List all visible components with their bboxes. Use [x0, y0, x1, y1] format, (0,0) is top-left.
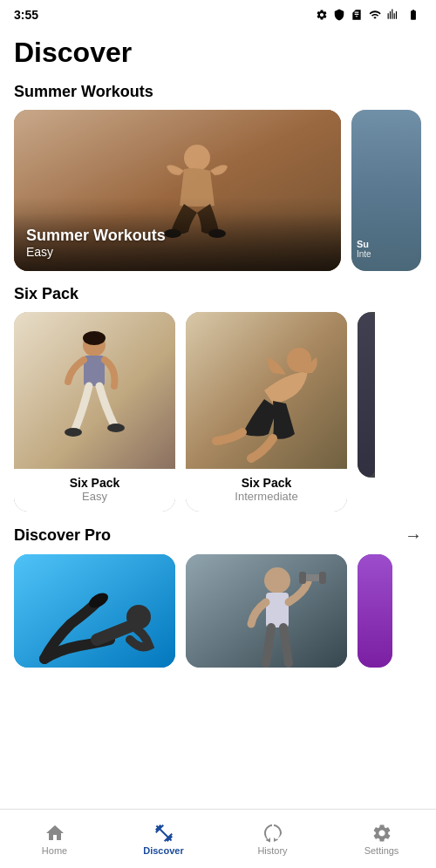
pro-card-1-person-icon — [14, 554, 175, 668]
discover-pro-title: Discover Pro — [14, 526, 111, 545]
six-pack-inter-sub: Intermediate — [193, 490, 340, 503]
settings-status-icon — [316, 9, 328, 21]
card-sub-summer: Easy — [26, 245, 329, 259]
sim-status-icon — [351, 9, 363, 21]
summer-workouts-card-easy-label: Summer Workouts Easy — [14, 213, 341, 271]
card-sub-summer2: Inte — [357, 249, 371, 259]
card-title-summer: Summer Workouts — [26, 227, 329, 245]
nav-item-settings[interactable]: Settings — [327, 823, 436, 856]
six-pack-intermediate-card[interactable]: Six Pack Intermediate — [186, 312, 347, 512]
svg-rect-21 — [319, 572, 326, 584]
six-pack-inter-title: Six Pack — [193, 476, 340, 490]
nav-item-home[interactable]: Home — [0, 823, 109, 856]
summer-workouts-section-header: Summer Workouts — [0, 76, 436, 110]
six-pack-scroll[interactable]: Six Pack Easy — [0, 312, 436, 519]
six-pack-title: Six Pack — [14, 285, 78, 303]
svg-point-17 — [264, 567, 290, 593]
summer-workouts-card-easy[interactable]: Summer Workouts Easy — [14, 110, 341, 271]
pro-card-1[interactable] — [14, 554, 175, 668]
svg-point-10 — [107, 424, 125, 432]
page-title: Discover — [0, 26, 436, 76]
six-pack-third-partial[interactable] — [358, 312, 375, 478]
nav-label-home: Home — [42, 845, 67, 856]
card-title-summer2: Su — [357, 239, 371, 249]
home-nav-icon — [44, 823, 65, 844]
pro-card-3-partial[interactable] — [358, 554, 392, 668]
six-pack-easy-card[interactable]: Six Pack Easy — [14, 312, 175, 512]
sixpack-easy-person-icon — [14, 312, 175, 469]
shield-status-icon — [333, 9, 345, 21]
nav-label-settings: Settings — [364, 845, 399, 856]
discover-pro-arrow[interactable]: → — [405, 526, 422, 546]
svg-rect-18 — [266, 593, 289, 627]
nav-label-discover: Discover — [143, 845, 183, 856]
settings-nav-icon — [371, 823, 392, 844]
svg-point-9 — [65, 428, 82, 437]
nav-item-discover[interactable]: Discover — [109, 823, 218, 856]
svg-rect-20 — [299, 572, 306, 584]
sixpack-inter-person-icon — [186, 312, 347, 469]
discover-nav-icon — [153, 823, 174, 844]
status-time: 3:55 — [14, 8, 38, 22]
status-bar: 3:55 — [0, 0, 436, 26]
pro-card-2-person-icon — [186, 554, 347, 668]
status-icons — [316, 9, 422, 21]
nav-item-history[interactable]: History — [218, 823, 327, 856]
main-content: Discover Summer Workouts — [0, 26, 436, 734]
six-pack-easy-sub: Easy — [21, 490, 168, 503]
history-nav-icon — [262, 823, 283, 844]
summer-workouts-title: Summer Workouts — [14, 83, 153, 101]
bottom-nav: Home Discover History Settings — [0, 809, 436, 868]
wifi-status-icon — [368, 9, 382, 21]
six-pack-intermediate-label: Six Pack Intermediate — [186, 469, 347, 512]
six-pack-easy-label: Six Pack Easy — [14, 469, 175, 512]
discover-pro-scroll[interactable] — [0, 554, 436, 675]
pro-card-2[interactable] — [186, 554, 347, 668]
six-pack-easy-title: Six Pack — [21, 476, 168, 490]
six-pack-section-header: Six Pack — [0, 278, 436, 312]
battery-status-icon — [405, 9, 422, 21]
summer-workouts-scroll[interactable]: Summer Workouts Easy Su Inte — [0, 110, 436, 278]
svg-point-7 — [83, 331, 106, 345]
svg-point-14 — [126, 605, 151, 629]
nav-label-history: History — [257, 845, 287, 856]
summer-workouts-card-intermediate-partial[interactable]: Su Inte — [351, 110, 421, 271]
discover-pro-section-header[interactable]: Discover Pro → — [0, 519, 436, 554]
signal-status-icon — [387, 9, 399, 21]
svg-point-1 — [184, 145, 210, 171]
